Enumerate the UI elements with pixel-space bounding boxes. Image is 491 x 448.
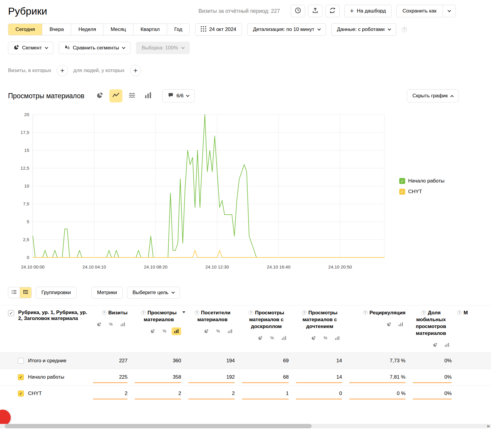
export-button[interactable]	[308, 5, 322, 17]
history-button[interactable]	[291, 5, 305, 17]
detail-dropdown[interactable]: Детализация: по 10 минут	[247, 23, 326, 36]
table-row-totals[interactable]: Итого и средние 227 360 194 69 14 7,73 %…	[0, 352, 491, 369]
help-icon[interactable]	[363, 310, 368, 315]
bars-mode-icon[interactable]	[396, 321, 405, 328]
bars-mode-icon[interactable]	[279, 334, 289, 342]
legend-checkbox[interactable]	[399, 189, 405, 195]
cell-views-read: 14	[292, 353, 346, 369]
line-chart[interactable]: 02,557,51012,51517,52024.10 00:0024.10 0…	[0, 110, 399, 275]
value-bar	[242, 382, 289, 383]
add-people-filter-button[interactable]	[130, 65, 141, 76]
bars-mode-icon[interactable]	[172, 327, 181, 335]
pie-mode-icon[interactable]	[94, 321, 104, 328]
svg-text:17,5: 17,5	[21, 130, 29, 135]
svg-text:7,5: 7,5	[23, 201, 29, 206]
bars-mode-icon[interactable]	[225, 327, 235, 335]
chart-type-pie-button[interactable]	[93, 89, 106, 102]
select-all-checkbox[interactable]	[8, 310, 14, 316]
value-bar	[242, 399, 289, 399]
column-header-material-views[interactable]: Просмотры материалов	[131, 310, 185, 352]
percent-mode-icon[interactable]	[160, 327, 169, 335]
cell-material-views: 2	[131, 385, 185, 402]
column-header-material-visitors[interactable]: Посетители материалов	[185, 310, 238, 352]
save-as-button[interactable]: Сохранить как	[396, 5, 456, 17]
tab-today[interactable]: Сегодня	[8, 24, 42, 35]
percent-mode-icon[interactable]	[267, 334, 277, 342]
help-icon[interactable]	[302, 310, 307, 315]
goal-select-button[interactable]: Выберите цель	[127, 287, 180, 299]
display-mode-switcher	[91, 321, 128, 328]
column-header-visits[interactable]: Визиты	[89, 310, 131, 352]
column-header-views-read[interactable]: Просмотры материалов с дочтением	[292, 310, 346, 352]
segment-pie-icon	[14, 45, 19, 51]
chart-legend: Начало работы CHYT	[399, 110, 445, 275]
bars-mode-icon[interactable]	[332, 334, 342, 342]
horizontal-scrollbar[interactable]	[0, 424, 491, 428]
bars-mode-icon[interactable]	[442, 341, 452, 349]
legend-item[interactable]: Начало работы	[399, 178, 445, 184]
help-icon[interactable]	[195, 310, 199, 315]
add-visits-filter-button[interactable]	[57, 65, 68, 76]
bars-mode-icon[interactable]	[118, 321, 128, 328]
date-picker-button[interactable]: 24 окт 2024	[195, 23, 242, 36]
tab-month[interactable]: Месяц	[103, 24, 133, 35]
chart-type-bars-button[interactable]	[142, 89, 155, 102]
tab-year[interactable]: Год	[167, 24, 190, 35]
row-checkbox[interactable]	[18, 374, 24, 380]
legend-item[interactable]: CHYT	[399, 189, 445, 195]
percent-mode-icon[interactable]	[106, 321, 116, 328]
help-icon[interactable]	[421, 310, 426, 315]
save-as-menu-button[interactable]	[442, 5, 456, 17]
scrollbar-thumb[interactable]	[5, 424, 312, 428]
compare-periods-button[interactable]	[325, 5, 340, 17]
segment-button[interactable]: Сегмент	[8, 42, 53, 54]
chevron-down-icon	[122, 46, 125, 49]
annotations-button[interactable]: 6/6	[162, 89, 195, 102]
column-header-mobile-share[interactable]: Доля мобильных просмотров материалов	[409, 310, 455, 352]
help-icon[interactable]	[248, 310, 253, 315]
hide-chart-button[interactable]: Скрыть график	[407, 89, 459, 102]
tree-list-view-button[interactable]	[20, 287, 32, 298]
pie-mode-icon[interactable]	[384, 321, 394, 328]
pie-mode-icon[interactable]	[309, 334, 318, 342]
add-to-dashboard-button[interactable]: На дашборд	[344, 5, 392, 17]
groupings-button[interactable]: Группировки	[36, 287, 77, 299]
help-icon[interactable]	[102, 310, 107, 315]
pie-mode-icon[interactable]	[148, 327, 157, 335]
row-checkbox[interactable]	[18, 391, 24, 397]
pie-mode-icon[interactable]	[255, 334, 265, 342]
table-row[interactable]: Начало работы 225 358 192 68 14 7,81 % 0…	[0, 369, 491, 385]
chart-type-stacked-button[interactable]	[125, 89, 139, 102]
cell-views-read: 14	[292, 369, 346, 385]
column-header-recirculation[interactable]: Рециркуляция	[346, 310, 409, 352]
pie-mode-icon[interactable]	[430, 341, 440, 349]
tab-quarter[interactable]: Квартал	[133, 24, 167, 35]
metrics-button[interactable]: Метрики	[91, 287, 123, 299]
tab-yesterday[interactable]: Вчера	[42, 24, 71, 35]
support-widget[interactable]	[0, 410, 11, 426]
help-icon[interactable]	[402, 27, 407, 32]
percent-mode-icon[interactable]	[321, 334, 330, 342]
column-header-clipped[interactable]: М	[455, 310, 491, 352]
value-bar	[188, 382, 235, 383]
display-mode-switcher	[132, 327, 181, 335]
export-icon	[312, 7, 318, 15]
stacked-area-icon	[128, 92, 136, 100]
sampling-button[interactable]: Выборка: 100%	[136, 42, 189, 54]
help-icon[interactable]	[457, 310, 462, 315]
compare-segments-button[interactable]: Сравнить сегменты	[59, 42, 130, 54]
column-header-views-doscroll[interactable]: Просмотры материалов с доскроллом	[238, 310, 292, 352]
legend-checkbox[interactable]	[399, 178, 405, 184]
tab-week[interactable]: Неделя	[71, 24, 103, 35]
pie-chart-icon	[97, 92, 103, 100]
comment-bubble-icon	[168, 93, 173, 99]
row-checkbox[interactable]	[18, 358, 24, 364]
flat-list-view-button[interactable]	[8, 287, 20, 298]
data-robots-dropdown[interactable]: Данные: с роботами	[331, 23, 396, 36]
table-row[interactable]: CHYT 2 2 2 1 0 0 % 0%	[0, 385, 491, 402]
help-icon[interactable]	[141, 310, 146, 315]
chart-type-line-button[interactable]	[109, 89, 122, 102]
percent-mode-icon[interactable]	[213, 327, 223, 335]
scroll-right-arrow-icon[interactable]	[487, 424, 490, 428]
pie-mode-icon[interactable]	[201, 327, 211, 335]
